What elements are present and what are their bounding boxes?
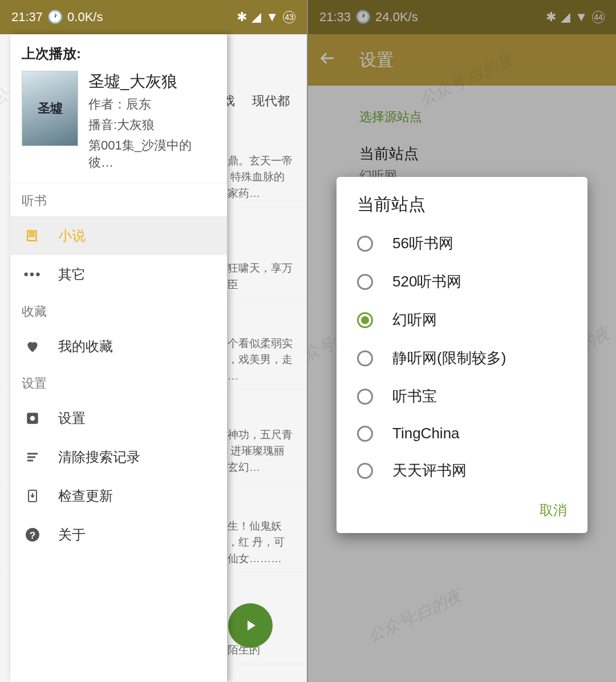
nav-drawer: 上次播放: 圣墟 圣墟_大灰狼 作者：辰东 播音:大灰狼 第001集_沙漠中的彼… — [10, 34, 227, 682]
radio-icon — [357, 312, 373, 328]
drawer-item-label: 其它 — [58, 265, 86, 284]
book-title: 圣墟_大灰狼 — [88, 71, 216, 92]
section-listen: 听书 — [10, 183, 227, 216]
drawer-item-label: 设置 — [58, 409, 86, 427]
cancel-button[interactable]: 取消 — [540, 501, 567, 519]
drawer-item-label: 小说 — [58, 227, 86, 245]
site-option-label: 幻听网 — [392, 310, 437, 330]
site-option-label: 静听网(限制较多) — [392, 348, 506, 368]
radio-icon — [357, 350, 373, 366]
drawer-item-check-update[interactable]: 检查更新 — [10, 477, 227, 515]
site-option-label: TingChina — [392, 425, 460, 442]
drawer-item-label: 关于 — [58, 526, 86, 544]
site-option-label: 56听书网 — [392, 233, 453, 253]
radio-icon — [357, 236, 373, 252]
help-icon: ? — [24, 527, 41, 542]
site-option-label: 天天评书网 — [392, 461, 467, 481]
clear-icon — [24, 450, 41, 464]
drawer-item-novel[interactable]: 小说 — [10, 216, 227, 255]
site-option[interactable]: 520听书网 — [337, 263, 587, 301]
site-option[interactable]: TingChina — [337, 415, 587, 451]
site-option[interactable]: 听书宝 — [337, 377, 587, 415]
battery-badge: 43 — [283, 11, 295, 23]
drawer-item-about[interactable]: ? 关于 — [10, 515, 227, 554]
phone-right: 公众号:白的夜 公众号:白的夜 公众号:白的夜 公众号:白的夜 21:33 🕐 … — [308, 0, 616, 682]
dots-icon: ••• — [24, 267, 41, 283]
radio-icon — [357, 274, 373, 290]
site-option[interactable]: 56听书网 — [337, 224, 587, 263]
gear-icon — [24, 411, 41, 426]
section-favorite: 收藏 — [10, 294, 227, 327]
clock-icon: 🕐 — [47, 10, 63, 25]
status-time: 21:37 — [11, 10, 43, 25]
svg-point-1 — [30, 416, 35, 421]
site-select-dialog: 当前站点 56听书网520听书网幻听网静听网(限制较多)听书宝TingChina… — [337, 177, 587, 533]
drawer-item-my-favorites[interactable]: 我的收藏 — [10, 327, 227, 366]
bluetooth-icon: ✱ — [237, 10, 247, 25]
last-play-header: 上次播放: — [10, 34, 227, 71]
site-option-label: 520听书网 — [392, 272, 461, 292]
radio-icon — [357, 426, 373, 442]
site-option[interactable]: 幻听网 — [337, 301, 587, 339]
dialog-title: 当前站点 — [337, 193, 587, 224]
book-author: 作者：辰东 — [88, 96, 216, 113]
radio-icon — [357, 389, 373, 405]
drawer-item-label: 检查更新 — [58, 487, 113, 505]
radio-icon — [357, 463, 373, 479]
drawer-item-label: 我的收藏 — [58, 337, 113, 356]
last-play-item[interactable]: 圣墟 圣墟_大灰狼 作者：辰东 播音:大灰狼 第001集_沙漠中的彼… — [10, 71, 227, 183]
section-settings: 设置 — [10, 366, 227, 399]
update-icon — [24, 488, 41, 504]
book-cover: 圣墟 — [22, 71, 78, 146]
drawer-item-other[interactable]: ••• 其它 — [10, 255, 227, 294]
status-net: 0.0K/s — [67, 10, 103, 25]
wifi-icon: ▼ — [266, 10, 278, 25]
phone-left: 公众号:白的夜 公众号:白的夜 公众号:白的夜 21:37 🕐 0.0K/s ✱… — [0, 0, 308, 682]
book-icon — [24, 228, 41, 243]
site-option[interactable]: 静听网(限制较多) — [337, 339, 587, 377]
svg-text:?: ? — [30, 530, 36, 541]
drawer-item-settings[interactable]: 设置 — [10, 399, 227, 438]
drawer-item-clear-search[interactable]: 清除搜索记录 — [10, 438, 227, 477]
play-fab[interactable] — [228, 603, 273, 648]
site-option[interactable]: 天天评书网 — [337, 451, 587, 490]
site-option-label: 听书宝 — [392, 386, 437, 406]
book-episode: 第001集_沙漠中的彼… — [88, 137, 216, 171]
heart-icon — [24, 339, 41, 354]
status-bar: 21:37 🕐 0.0K/s ✱ ◢ ▼ 43 — [0, 0, 307, 34]
drawer-item-label: 清除搜索记录 — [58, 448, 140, 466]
signal-icon: ◢ — [252, 10, 261, 25]
book-narrator: 播音:大灰狼 — [88, 116, 216, 134]
